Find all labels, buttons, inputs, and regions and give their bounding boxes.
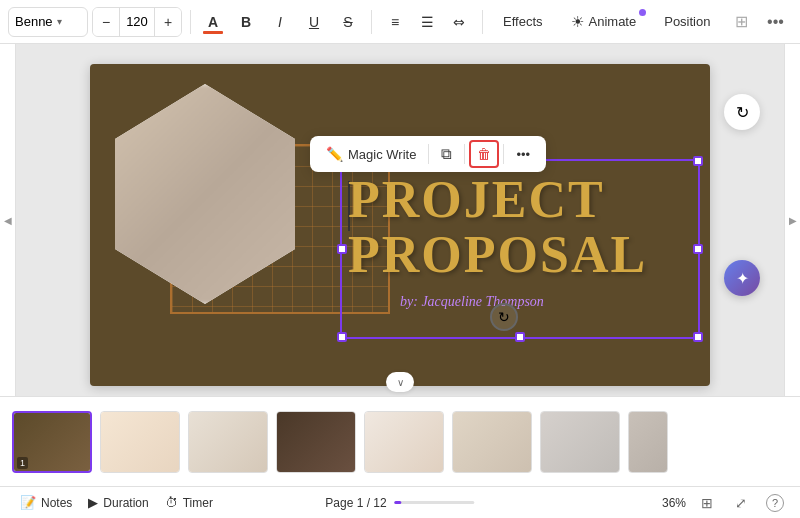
thumbnail-5[interactable]	[364, 411, 444, 473]
thumb-preview-4	[277, 412, 355, 472]
collapse-panel-button[interactable]: ∨	[386, 372, 414, 392]
position-button[interactable]: Position	[652, 7, 722, 37]
notes-icon: 📝	[20, 495, 36, 510]
project-subtitle-text: PROPOSAL	[348, 229, 647, 281]
right-panel-toggle[interactable]: ▶	[784, 44, 800, 396]
timer-label: Timer	[183, 496, 213, 510]
thumbnail-7[interactable]	[540, 411, 620, 473]
hexagon-photo	[105, 84, 305, 304]
rotate-icon: ↻	[498, 309, 510, 325]
project-author-text: by: Jacqueline Thompson	[400, 294, 544, 310]
effects-button[interactable]: Effects	[491, 7, 555, 37]
font-dropdown-icon: ▾	[57, 16, 81, 27]
font-size-control: − +	[92, 7, 182, 37]
grid-options-button[interactable]: ⊞	[726, 8, 756, 36]
grid-view-icon: ⊞	[701, 495, 713, 511]
bottom-bar: 📝 Notes ▶ Duration ⏱ Timer Page 1 / 12 3…	[0, 486, 800, 518]
animate-button[interactable]: ☀ Animate	[559, 7, 649, 37]
text-color-button[interactable]: A	[199, 8, 227, 36]
duration-label: Duration	[103, 496, 148, 510]
magic-write-button[interactable]: ✏️ Magic Write	[318, 142, 424, 166]
handle-middle-left[interactable]	[337, 244, 347, 254]
more-context-icon: •••	[516, 147, 530, 162]
bottom-right-controls: 36% ⊞ ⤢ ?	[662, 490, 788, 516]
divider-2	[371, 10, 372, 34]
align-list-button[interactable]: ☰	[412, 8, 442, 36]
magic-star-icon: ✦	[736, 269, 749, 288]
more-context-button[interactable]: •••	[508, 143, 538, 166]
hexagon-frame	[105, 84, 305, 304]
align-left-button[interactable]: ≡	[380, 8, 410, 36]
expand-icon: ⤢	[735, 495, 747, 511]
underline-button[interactable]: U	[299, 8, 329, 36]
magic-write-icon: ✏️	[326, 146, 343, 162]
page-indicator: Page 1 / 12	[325, 496, 386, 510]
context-divider-3	[503, 144, 504, 164]
page-progress-bar[interactable]	[395, 501, 475, 504]
position-label: Position	[664, 14, 710, 29]
thumbnail-2[interactable]	[100, 411, 180, 473]
duration-icon: ▶	[88, 495, 98, 510]
animate-label: Animate	[589, 14, 637, 29]
effects-label: Effects	[503, 14, 543, 29]
animate-active-dot	[639, 9, 646, 16]
thumbnail-strip: 1	[0, 396, 800, 486]
refresh-button[interactable]: ↻	[724, 94, 760, 130]
thumbnail-partial[interactable]	[628, 411, 668, 473]
right-floating-actions: ↻	[724, 94, 760, 130]
thumb-preview-3	[189, 412, 267, 472]
thumb-preview-5	[365, 412, 443, 472]
font-selector[interactable]: Benne ▾	[8, 7, 88, 37]
handle-bottom-middle[interactable]	[515, 332, 525, 342]
notes-button[interactable]: 📝 Notes	[12, 490, 80, 516]
chevron-down-icon: ∨	[397, 377, 404, 388]
thumbnail-4[interactable]	[276, 411, 356, 473]
italic-button[interactable]: I	[265, 8, 295, 36]
rotate-handle[interactable]: ↻	[490, 303, 518, 331]
zoom-level: 36%	[662, 496, 686, 510]
divider-1	[190, 10, 191, 34]
photo-placeholder	[105, 84, 305, 304]
letter-a-icon: A	[208, 14, 218, 30]
timer-button[interactable]: ⏱ Timer	[157, 490, 221, 516]
page-progress-fill	[395, 501, 401, 504]
font-size-input[interactable]	[119, 8, 155, 36]
font-size-increase[interactable]: +	[155, 7, 181, 37]
duration-button[interactable]: ▶ Duration	[80, 490, 156, 516]
timer-icon: ⏱	[165, 495, 178, 510]
context-divider-1	[428, 144, 429, 164]
thumbnail-3[interactable]	[188, 411, 268, 473]
notes-label: Notes	[41, 496, 72, 510]
strikethrough-button[interactable]: S	[333, 8, 363, 36]
divider-3	[482, 10, 483, 34]
handle-middle-right[interactable]	[693, 244, 703, 254]
delete-button[interactable]: 🗑	[469, 140, 499, 168]
font-name: Benne	[15, 14, 53, 29]
handle-bottom-right[interactable]	[693, 332, 703, 342]
font-size-decrease[interactable]: −	[93, 7, 119, 37]
refresh-icon: ↻	[736, 103, 749, 122]
handle-top-right[interactable]	[693, 156, 703, 166]
bold-button[interactable]: B	[231, 8, 261, 36]
help-icon: ?	[766, 494, 784, 512]
project-title-text: PROJECT	[348, 174, 605, 226]
grid-view-button[interactable]: ⊞	[694, 490, 720, 516]
color-swatch	[203, 31, 223, 34]
alignment-group: ≡ ☰ ⇔	[380, 8, 474, 36]
thumb-preview-6	[453, 412, 531, 472]
thumbnail-1[interactable]: 1	[12, 411, 92, 473]
copy-button[interactable]: ⧉	[433, 141, 460, 167]
left-panel-toggle[interactable]: ◀	[0, 44, 16, 396]
more-options-button[interactable]: •••	[760, 8, 790, 36]
expand-button[interactable]: ⤢	[728, 490, 754, 516]
top-toolbar: Benne ▾ − + A B I U S ≡ ☰ ⇔ Effects ☀ An…	[0, 0, 800, 44]
magic-ai-button[interactable]: ✦	[724, 260, 760, 296]
thumbnail-6[interactable]	[452, 411, 532, 473]
help-button[interactable]: ?	[762, 490, 788, 516]
right-chevron-icon: ▶	[789, 215, 797, 226]
handle-bottom-left[interactable]	[337, 332, 347, 342]
align-justify-button[interactable]: ⇔	[444, 8, 474, 36]
animate-icon: ☀	[571, 13, 584, 31]
thumb-preview-2	[101, 412, 179, 472]
main-content: ◀ ✏️ Magic Write ⧉ 🗑 ••	[0, 44, 800, 396]
